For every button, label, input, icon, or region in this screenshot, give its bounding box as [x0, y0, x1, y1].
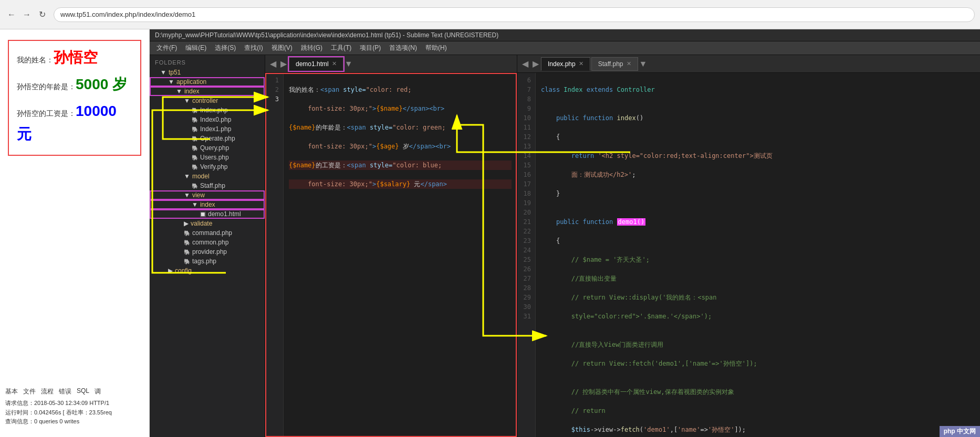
tab-staff-close[interactable]: ✕ — [627, 60, 631, 67]
file-index-php[interactable]: 🐘 Index.php — [150, 105, 265, 115]
menu-edit[interactable]: 编辑(E) — [181, 42, 211, 54]
file-label-operate-php: Operate.php — [200, 135, 235, 142]
rcode-20: //直接导入View门面类进行调用 — [541, 340, 975, 349]
menu-file[interactable]: 文件(F) — [152, 42, 181, 54]
code-line-1: 我的姓名：<span style="color: red; — [289, 85, 512, 94]
file-verify-php[interactable]: 🐘 Verify.php — [150, 162, 265, 172]
file-command-php[interactable]: 🐘 command.php — [150, 228, 265, 238]
rcode-24: // return — [541, 406, 975, 415]
folder-validate[interactable]: ▶ validate — [150, 219, 265, 228]
line-16: 16 — [522, 170, 531, 179]
file-common-php[interactable]: 🐘 common.php — [150, 238, 265, 247]
file-index1-php[interactable]: 🐘 Index1.php — [150, 124, 265, 134]
tab-index-close[interactable]: ✕ — [579, 60, 583, 67]
right-code-editor[interactable]: 6 7 8 9 10 11 12 13 14 15 16 — [517, 73, 980, 437]
rcode-9: { — [541, 132, 975, 142]
line-25: 25 — [522, 255, 531, 264]
folder-application[interactable]: ▼ application — [150, 77, 265, 87]
menu-select[interactable]: 选择(S) — [211, 42, 240, 54]
tab-error[interactable]: 错误 — [59, 387, 71, 396]
left-tab-arrow-prev[interactable]: ◀ — [268, 59, 278, 69]
tab-index-php[interactable]: Index.php ✕ — [541, 57, 590, 71]
right-code-content[interactable]: class Index extends Controller public fu… — [536, 73, 980, 437]
demo1-highlight: demo1() — [617, 218, 646, 226]
php-icon: 🐘 — [192, 145, 198, 151]
tab-staff-php[interactable]: Staff.php ✕ — [591, 57, 638, 71]
folder-icon: ▶ — [168, 267, 173, 274]
request-info: 请求信息：2018-05-30 12:34:09 HTTP/1 — [5, 399, 112, 408]
tab-demo1-close[interactable]: ✕ — [332, 60, 337, 67]
right-tab-arrow-next[interactable]: ▶ — [530, 59, 541, 69]
rcode-13b: public function demo1() — [541, 217, 975, 227]
php-badge: php 中文网 — [940, 426, 980, 437]
folder-config[interactable]: ▶ config — [150, 266, 265, 275]
tab-index-label: Index.php — [548, 60, 576, 68]
left-code-content[interactable]: 我的姓名：<span style="color: red; font-size:… — [284, 73, 517, 437]
menu-view[interactable]: 视图(V) — [267, 42, 297, 54]
line-13: 13 — [522, 142, 531, 151]
line-15: 15 — [522, 161, 531, 170]
menu-find[interactable]: 查找(I) — [240, 42, 267, 54]
menu-help[interactable]: 帮助(H) — [421, 42, 451, 54]
line-29: 29 — [522, 293, 531, 302]
folder-model[interactable]: ▼ model — [150, 172, 265, 181]
file-label-index0-php: Index0.php — [200, 116, 231, 123]
file-label-tags-php: tags.php — [192, 258, 216, 265]
bottom-tabs: 基本 文件 流程 错误 SQL 调 — [5, 387, 112, 396]
tab-demo1-html[interactable]: demo1.html ✕ — [289, 57, 343, 71]
right-editor-panel: ◀ ▶ Index.php ✕ Staff.php ✕ ▼ — [517, 55, 980, 437]
left-tab-arrow-next[interactable]: ▶ — [278, 59, 289, 69]
tab-sql[interactable]: SQL — [77, 387, 89, 396]
tab-dropdown-icon[interactable]: ▼ — [345, 59, 353, 69]
menu-tools[interactable]: 工具(T) — [327, 42, 356, 54]
back-button[interactable]: ← — [5, 8, 18, 21]
file-tags-php[interactable]: 🐘 tags.php — [150, 257, 265, 266]
file-staff-php[interactable]: 🐘 Staff.php — [150, 181, 265, 190]
line-18: 18 — [522, 189, 531, 198]
rcode-25: $this->view->fetch('demo1',['name'=>'孙悟空… — [541, 425, 975, 434]
file-users-php[interactable]: 🐘 Users.php — [150, 153, 265, 162]
refresh-button[interactable]: ↻ — [36, 8, 48, 21]
line-26: 26 — [522, 264, 531, 274]
menu-goto[interactable]: 跳转(G) — [297, 42, 327, 54]
menu-preferences[interactable]: 首选项(N) — [385, 42, 421, 54]
file-operate-php[interactable]: 🐘 Operate.php — [150, 134, 265, 143]
menu-project[interactable]: 项目(P) — [356, 42, 385, 54]
folder-view-index[interactable]: ▼ index — [150, 200, 265, 209]
file-label-index1-php: Index1.php — [200, 125, 231, 133]
line-20: 20 — [522, 208, 531, 217]
php-icon: 🐘 — [192, 126, 198, 132]
tab-file[interactable]: 文件 — [23, 387, 36, 396]
line-24: 24 — [522, 246, 531, 255]
left-code-editor[interactable]: 1 2 3 我的姓名：<span style="color: red; font… — [265, 73, 517, 437]
folder-label-config: config — [175, 267, 192, 274]
address-bar[interactable]: www.tp51.com/index.php/index/index/demo1 — [54, 7, 975, 22]
file-label-command-php: command.php — [192, 229, 232, 237]
rcode-10: return '<h2 style="color:red;text-align:… — [541, 151, 975, 161]
tab-basic[interactable]: 基本 — [5, 387, 18, 396]
folder-view[interactable]: ▼ view — [150, 190, 265, 200]
file-label-query-php: Query.php — [200, 144, 229, 152]
right-tab-arrow-prev[interactable]: ◀ — [520, 59, 530, 69]
file-index0-php[interactable]: 🐘 Index0.php — [150, 115, 265, 124]
php-icon: 🐘 — [192, 183, 198, 189]
forward-button[interactable]: → — [20, 8, 33, 21]
folder-controller[interactable]: ▼ controller — [150, 96, 265, 105]
folder-index[interactable]: ▼ index — [150, 87, 265, 96]
code-line-2: font-size: 30px;">{$name}</span><br> — [289, 104, 512, 113]
file-query-php[interactable]: 🐘 Query.php — [150, 143, 265, 153]
preview-age-prefix: 孙悟空的年龄是： — [17, 82, 76, 91]
file-provider-php[interactable]: 🐘 provider.php — [150, 247, 265, 257]
file-demo1-html[interactable]: 🔲 demo1.html — [150, 209, 265, 219]
left-editor-panel: ◀ ▶ demo1.html ✕ ▼ 1 — [265, 55, 517, 437]
rcode-12: } — [541, 189, 975, 198]
tab-staff-label: Staff.php — [598, 60, 623, 68]
line-31: 31 — [522, 312, 531, 321]
tab-other[interactable]: 调 — [95, 387, 101, 396]
preview-age: 5000 岁 — [76, 76, 127, 92]
rcode-15: // $name = '齐天大圣'; — [541, 255, 975, 264]
line-23: 23 — [522, 236, 531, 246]
right-tab-dropdown-icon[interactable]: ▼ — [639, 59, 648, 69]
tab-flow[interactable]: 流程 — [41, 387, 54, 396]
folder-tp51[interactable]: ▼ tp51 — [150, 68, 265, 77]
